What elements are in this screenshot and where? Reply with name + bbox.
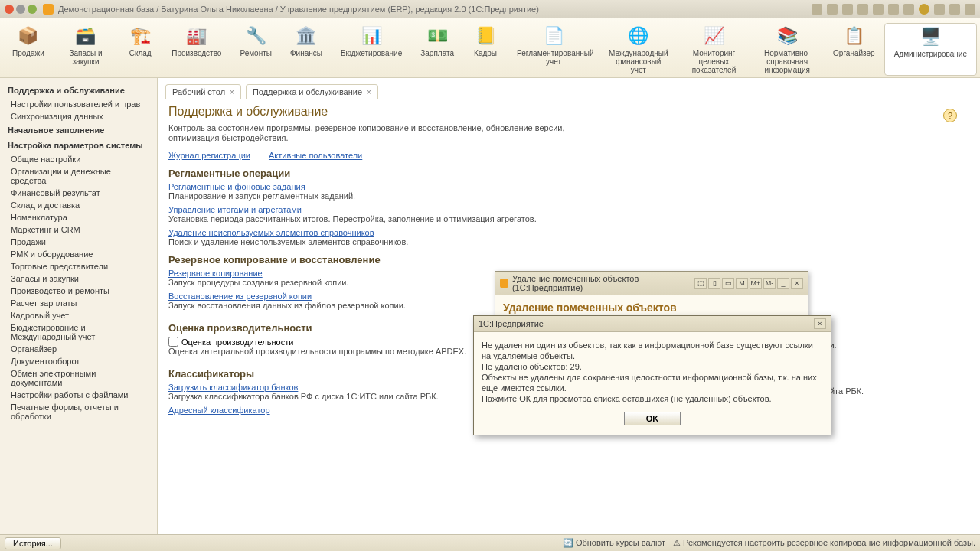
toolbar-icon: 🖥️	[917, 25, 943, 48]
toolbar-item[interactable]: 📋Органайзер	[824, 23, 884, 76]
close-icon[interactable]: ×	[230, 88, 234, 96]
tool-icon[interactable]	[827, 4, 838, 15]
status-link-rates[interactable]: 🔄 Обновить курсы валют	[563, 538, 665, 548]
maximize-icon[interactable]	[28, 5, 37, 14]
close-icon[interactable]: ×	[367, 88, 371, 96]
tool-icon[interactable]: M+	[750, 278, 762, 289]
sidebar-item[interactable]: Финансовый результат	[3, 187, 154, 199]
checkbox-icon[interactable]	[168, 337, 178, 347]
tool-icon[interactable]: ▯	[708, 278, 720, 289]
sidebar-item[interactable]: Настройки пользователей и прав	[3, 98, 154, 110]
dialog-titlebar[interactable]: 1С:Предприятие ×	[474, 316, 831, 332]
tab[interactable]: Рабочий стол×	[165, 84, 241, 99]
sidebar-item[interactable]: Бюджетирование и Международный учет	[3, 321, 154, 343]
minimize-icon[interactable]	[16, 5, 25, 14]
ok-button[interactable]: OK	[624, 412, 681, 425]
link-address-classifier[interactable]: Адресный классификатор	[168, 406, 270, 415]
toolbar-label: Администрирование	[894, 50, 967, 58]
tool-icon[interactable]	[842, 4, 853, 15]
sidebar: Поддержка и обслуживаниеНастройки пользо…	[0, 78, 158, 539]
tab[interactable]: Поддержка и обслуживание×	[246, 84, 378, 99]
toolbar-item[interactable]: 🏗️Склад	[118, 23, 162, 76]
toolbar-label: Кадры	[474, 49, 497, 57]
sidebar-item[interactable]: Запасы и закупки	[3, 272, 154, 285]
sidebar-item[interactable]: Торговые представители	[3, 260, 154, 272]
page-description: Контроль за состоянием программы, резерв…	[168, 123, 567, 143]
statusbar: История... 🔄 Обновить курсы валют ⚠ Реко…	[0, 534, 980, 551]
link-backup[interactable]: Резервное копирование	[168, 269, 263, 278]
dialog-window-title: Удаление помеченных объектов (1С:Предпри…	[512, 274, 694, 292]
dialog-window-title: 1С:Предприятие	[479, 319, 544, 328]
sidebar-item[interactable]: Синхронизация данных	[3, 110, 154, 122]
sidebar-item[interactable]: Общие настройки	[3, 153, 154, 165]
help-icon[interactable]: ?	[943, 109, 957, 122]
app-icon	[43, 4, 54, 15]
app-icon	[500, 279, 508, 288]
tool-icon[interactable]: M-	[763, 278, 776, 289]
toolbar-item[interactable]: 📚Нормативно-справочная информация	[750, 23, 824, 76]
sidebar-item[interactable]: Номенклатура	[3, 211, 154, 223]
section-sub: Установка периода рассчитанных итогов. П…	[168, 214, 969, 223]
tool-icon[interactable]: ⬚	[694, 278, 707, 289]
toolbar-icon: 🏛️	[293, 24, 319, 47]
min-icon[interactable]	[934, 4, 945, 15]
link-delete-unused[interactable]: Удаление неиспользуемых элементов справо…	[168, 228, 374, 237]
sidebar-item[interactable]: Продажи	[3, 236, 154, 248]
close-icon[interactable]	[965, 4, 975, 15]
sidebar-item[interactable]: Документооборот	[3, 355, 154, 367]
toolbar-item[interactable]: 📒Кадры	[463, 23, 508, 76]
status-link-backup[interactable]: ⚠ Рекомендуется настроить резервное копи…	[673, 538, 975, 548]
close-icon[interactable]: ×	[814, 318, 826, 329]
sidebar-item[interactable]: Кадровый учет	[3, 309, 154, 321]
sidebar-item[interactable]: Печатные формы, отчеты и обработки	[3, 401, 154, 422]
close-icon[interactable]: ×	[791, 278, 803, 289]
sidebar-item[interactable]: Настройки работы с файлами	[3, 389, 154, 401]
tool-icon[interactable]	[873, 4, 884, 15]
close-icon[interactable]	[5, 5, 14, 14]
sidebar-item[interactable]: Обмен электронными документами	[3, 367, 154, 389]
sidebar-heading: Начальное заполнение	[3, 122, 154, 138]
link-active-users[interactable]: Активные пользователи	[269, 151, 362, 160]
toolbar-item[interactable]: 📊Бюджетирование	[332, 23, 411, 76]
link-bank-classifier[interactable]: Загрузить классификатор банков	[168, 383, 298, 392]
toolbar-item[interactable]: 🔧Ремонты	[230, 23, 281, 76]
link-totals[interactable]: Управление итогами и агрегатами	[168, 205, 302, 214]
link-journal[interactable]: Журнал регистрации	[168, 151, 250, 160]
toolbar-item[interactable]: 🌐Международный финансовый учет	[599, 23, 678, 76]
tool-icon[interactable]	[888, 4, 899, 15]
tool-icon[interactable]: ▭	[722, 278, 734, 289]
tool-icon[interactable]: M	[736, 278, 748, 289]
tool-icon[interactable]	[903, 4, 914, 15]
toolbar-icon: 🌐	[626, 24, 652, 47]
page-title: Поддержка и обслуживание	[168, 105, 969, 119]
sidebar-item[interactable]: Маркетинг и CRM	[3, 223, 154, 236]
toolbar-icon: 📄	[541, 24, 567, 47]
sidebar-item[interactable]: РМК и оборудование	[3, 248, 154, 260]
toolbar-item[interactable]: 🗃️Запасы и закупки	[54, 23, 118, 76]
tool-icon[interactable]	[858, 4, 868, 15]
section-sub: Планирование и запуск регламентных задан…	[168, 191, 969, 201]
toolbar-item[interactable]: 📈Мониторинг целевых показателей	[678, 23, 751, 76]
toolbar-icon: 📚	[774, 24, 800, 47]
history-button[interactable]: История...	[5, 537, 61, 549]
toolbar-item[interactable]: 🏭Производство	[162, 23, 230, 76]
restore-icon[interactable]	[949, 4, 960, 15]
toolbar-item[interactable]: 🏛️Финансы	[281, 23, 332, 76]
toolbar-icon: 💵	[424, 24, 450, 47]
sidebar-item[interactable]: Органайзер	[3, 343, 154, 355]
toolbar-item[interactable]: 📄Регламентированный учет	[508, 23, 599, 76]
sidebar-item[interactable]: Расчет зарплаты	[3, 297, 154, 309]
link-restore[interactable]: Восстановление из резервной копии	[168, 292, 312, 301]
sidebar-item[interactable]: Производство и ремонты	[3, 285, 154, 297]
toolbar-item[interactable]: 📦Продажи	[3, 23, 54, 76]
dialog-titlebar[interactable]: Удаление помеченных объектов (1С:Предпри…	[495, 272, 808, 295]
window-controls	[5, 5, 37, 14]
link-scheduled-jobs[interactable]: Регламентные и фоновые задания	[168, 182, 305, 191]
sidebar-item[interactable]: Организации и денежные средства	[3, 165, 154, 187]
minimize-icon[interactable]: _	[777, 278, 789, 289]
toolbar-item[interactable]: 💵Зарплата	[411, 23, 463, 76]
help-icon[interactable]	[919, 4, 929, 15]
toolbar-item[interactable]: 🖥️Администрирование	[884, 23, 977, 76]
tool-icon[interactable]	[812, 4, 822, 15]
sidebar-item[interactable]: Склад и доставка	[3, 199, 154, 211]
